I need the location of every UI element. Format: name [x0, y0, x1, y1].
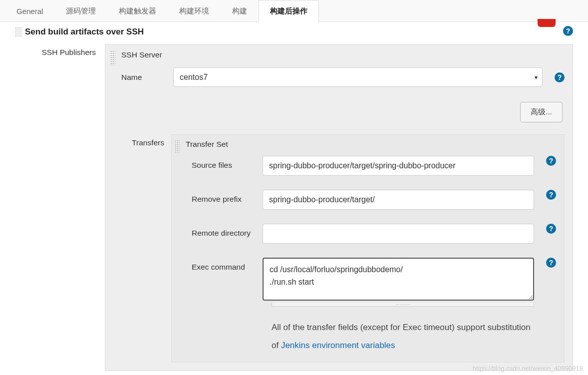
env-vars-link[interactable]: Jenkins environment variables [281, 341, 395, 350]
help-icon[interactable]: ? [546, 258, 556, 268]
ssh-server-label: SSH Server [118, 50, 162, 59]
ssh-server-name-select[interactable]: centos7 [173, 67, 543, 87]
transfer-footnote: All of the transfer fields (except for E… [272, 319, 534, 354]
help-icon[interactable]: ? [546, 190, 556, 200]
resize-grip-icon[interactable] [272, 303, 534, 307]
transfers-label: Transfers [118, 134, 171, 147]
tab-post-build[interactable]: 构建后操作 [259, 0, 319, 22]
remote-directory-label: Remote directory [183, 224, 263, 238]
tab-build[interactable]: 构建 [221, 0, 259, 21]
drag-handle-icon[interactable] [175, 140, 180, 153]
name-label: Name [118, 73, 173, 82]
delete-step-button[interactable] [538, 19, 556, 27]
source-files-input[interactable] [263, 156, 534, 176]
section-title: Send build artifacts over SSH [25, 27, 144, 37]
transfer-set-label: Transfer Set [183, 140, 228, 149]
remove-prefix-input[interactable] [263, 190, 534, 210]
ssh-server-panel: SSH Server Name centos7 ▾ ? 高级.. [105, 44, 573, 371]
advanced-button[interactable]: 高级... [520, 102, 563, 122]
post-build-section: ? Send build artifacts over SSH SSH Publ… [0, 22, 588, 375]
tab-triggers[interactable]: 构建触发器 [107, 0, 168, 21]
config-tabs: General 源码管理 构建触发器 构建环境 构建 构建后操作 [0, 0, 588, 22]
transfer-set-panel: Transfer Set Source files ? Remove prefi… [171, 134, 565, 363]
source-files-label: Source files [183, 156, 263, 170]
tab-scm[interactable]: 源码管理 [54, 0, 107, 21]
help-icon[interactable]: ? [546, 156, 556, 166]
exec-command-label: Exec command [183, 258, 263, 272]
exec-command-textarea[interactable]: cd /usr/local/forluo/springdubbodemo/ ./… [263, 258, 534, 301]
drag-handle-icon[interactable] [15, 27, 22, 37]
drag-handle-icon[interactable] [110, 50, 115, 65]
tab-general[interactable]: General [5, 0, 54, 21]
ssh-publishers-label: SSH Publishers [15, 44, 105, 57]
tab-env[interactable]: 构建环境 [168, 0, 221, 21]
help-icon[interactable]: ? [555, 72, 565, 82]
remove-prefix-label: Remove prefix [183, 190, 263, 204]
help-icon[interactable]: ? [563, 26, 573, 36]
help-icon[interactable]: ? [546, 224, 556, 234]
remote-directory-input[interactable] [263, 224, 534, 244]
